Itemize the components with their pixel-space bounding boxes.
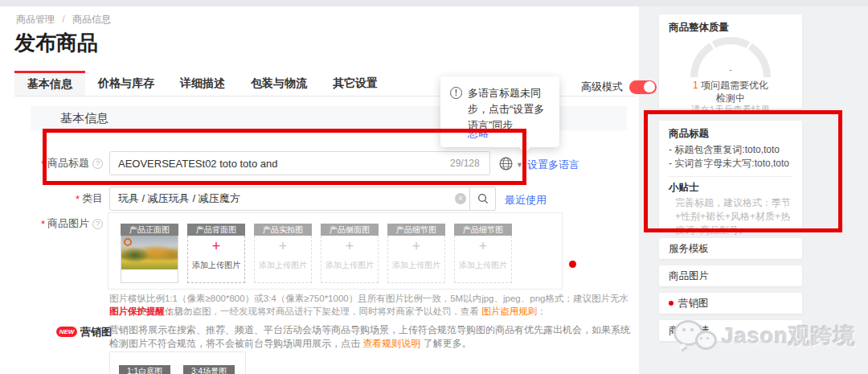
plus-icon: + <box>255 236 311 257</box>
new-badge: NEW <box>56 327 77 337</box>
marketing-image-label: 营销图 <box>80 325 112 339</box>
top-strip <box>0 0 868 6</box>
add-upload-label: 添加上传图片 <box>188 260 244 271</box>
sidebar-item-label: 营销图 <box>678 297 709 310</box>
slot-title: 产品背面图 <box>187 224 245 236</box>
wechat-eye <box>706 337 709 339</box>
rotate-icon[interactable] <box>124 238 132 246</box>
clear-icon[interactable]: × <box>455 193 466 204</box>
page-title: 发布商品 <box>14 29 98 57</box>
watermark: Jason观跨境 <box>674 317 856 356</box>
sidebar-item-marketing-image[interactable]: 营销图 <box>659 293 802 314</box>
publish-product-page: 商品管理 / 商品信息 发布商品 基本信息 价格与库存 详细描述 包装与物流 其… <box>0 0 868 374</box>
tab-other-settings[interactable]: 其它设置 <box>320 71 391 97</box>
add-upload-label: 添加上传图片 <box>388 260 444 271</box>
protection-note-text: 切勿盗图，一经发现将对商品进行下架处理，同时将对商家予以处罚，查看 <box>174 306 482 316</box>
title-char-counter: 29/128 <box>450 158 480 169</box>
title-issues-card: 商品标题 - 标题包含重复词:toto,toto - 实词首字母未大写:toto… <box>659 121 802 228</box>
marketing-upload-box: 1:1白底图 3:4场景图 <box>109 351 246 374</box>
slot-upload-area[interactable]: + 添加上传图片 <box>187 236 245 283</box>
issue-count: 1 <box>693 80 698 91</box>
add-upload-label: 添加上传图片 <box>455 260 511 271</box>
tab-white-bg-image[interactable]: 1:1白底图 <box>119 365 170 374</box>
annotation-dot <box>569 261 576 268</box>
quality-card-title: 商品整体质量 <box>669 21 729 35</box>
slot-upload-area[interactable]: + 添加上传图片 <box>321 236 379 283</box>
upload-slot-front[interactable]: 产品正面图 <box>121 224 178 283</box>
marketing-desc-suffix: 了解更多。 <box>420 338 471 349</box>
tab-price-stock[interactable]: 价格与库存 <box>85 71 167 97</box>
help-icon[interactable] <box>92 158 103 169</box>
issue-duplicate-words: - 标题包含重复词:toto,toto <box>669 143 792 157</box>
sidebar-item-service-template[interactable]: 服务模板 <box>659 238 802 259</box>
alert-dot-icon <box>669 301 674 306</box>
issue-text: 项问题需要优化 <box>698 80 768 91</box>
required-asterisk: * <box>41 218 45 230</box>
breadcrumb-item-product-info[interactable]: 商品信息 <box>72 14 111 25</box>
warning-icon <box>450 87 462 99</box>
sidebar-item-label: 商品图片 <box>669 269 709 283</box>
quality-card: 商品整体质量 - 1 项问题需要优化 检测中 请在1天后查看结果 <box>659 14 802 109</box>
ignore-link[interactable]: 忽略 <box>468 126 489 141</box>
plus-icon: + <box>321 236 378 257</box>
chevron-down-icon[interactable]: ▼ <box>516 161 523 169</box>
upload-slot-detail-2[interactable]: 产品细节图 + 添加上传图片 <box>454 224 512 283</box>
wechat-eye <box>690 328 694 331</box>
slot-title: 产品细节图 <box>387 224 445 236</box>
upload-slot-back[interactable]: 产品背面图 + 添加上传图片 <box>187 224 245 283</box>
slot-title: 产品细节图 <box>454 224 512 236</box>
advanced-mode-toggle[interactable] <box>629 80 657 94</box>
slot-upload-area[interactable]: + 添加上传图片 <box>454 236 512 283</box>
product-title-label: * 商品标题 <box>0 151 103 175</box>
wechat-bubble-small <box>695 331 717 350</box>
add-upload-label: 添加上传图片 <box>255 260 311 271</box>
tab-basic-info[interactable]: 基本信息 <box>14 71 85 97</box>
product-title-input[interactable] <box>109 151 490 175</box>
marketing-image-description: 营销图将展示在搜索、推荐、频道、平台活动会场等商品导购场景，上传符合规范导购图的… <box>109 323 637 351</box>
plus-icon: + <box>188 236 244 257</box>
product-images-label: * 商品图片 <box>0 216 103 232</box>
category-input[interactable] <box>109 187 470 211</box>
upload-slot-detail-1[interactable]: 产品细节图 + 添加上传图片 <box>387 224 445 283</box>
tips-text: 完善标题，建议格式：季节+性别+裙长+风格+材质+热搜词+商品型号。 <box>669 196 792 237</box>
watermark-text: Jason观跨境 <box>722 322 856 351</box>
gauge-value: - <box>659 64 802 76</box>
breadcrumb-separator: / <box>62 14 64 25</box>
issue-capitalization: - 实词首字母未大写:toto,toto <box>669 157 792 171</box>
globe-language-icon[interactable] <box>499 157 513 174</box>
breadcrumb-item-product-management[interactable]: 商品管理 <box>16 14 55 25</box>
category-label-text: 类目 <box>82 191 103 206</box>
product-title-label-text: 商品标题 <box>47 156 89 171</box>
set-multilanguage-link[interactable]: 设置多语言 <box>527 158 579 172</box>
slot-title: 产品侧面图 <box>321 224 379 236</box>
tab-packaging-logistics[interactable]: 包装与物流 <box>238 71 320 97</box>
wechat-eye <box>700 337 702 339</box>
detection-hint: 请在1天后查看结果 <box>659 104 802 116</box>
advanced-mode-control: 高级模式 <box>581 80 657 94</box>
tab-bar: 基本信息 价格与库存 详细描述 包装与物流 其它设置 <box>14 71 391 97</box>
add-upload-label: 添加上传图片 <box>321 260 378 271</box>
image-theft-rules-link[interactable]: 图片盗用规则 <box>481 306 537 316</box>
advanced-mode-label: 高级模式 <box>581 80 623 94</box>
slot-upload-area[interactable]: + 添加上传图片 <box>254 236 312 283</box>
tab-scene-image[interactable]: 3:4场景图 <box>183 365 235 374</box>
protection-note-suffix: ； <box>537 306 547 316</box>
view-rules-link[interactable]: 查看规则说明 <box>362 338 420 349</box>
multilanguage-sync-tooltip: 多语言标题未同步，点击“设置多语言”同步 忽略 <box>440 76 559 147</box>
title-issues-card-title: 商品标题 <box>669 127 792 141</box>
slot-image-area <box>121 236 178 283</box>
issue-summary: 1 项问题需要优化 <box>659 79 802 92</box>
toggle-knob <box>644 81 655 92</box>
tab-detail-desc[interactable]: 详细描述 <box>167 71 238 97</box>
upload-slot-real[interactable]: 产品实拍图 + 添加上传图片 <box>254 224 312 283</box>
sidebar-item-label: 服务模板 <box>669 242 709 256</box>
tooltip-arrow <box>519 142 530 153</box>
help-icon[interactable] <box>92 219 103 229</box>
slot-upload-area[interactable]: + 添加上传图片 <box>387 236 445 283</box>
recently-used-link[interactable]: 最近使用 <box>505 193 547 208</box>
product-front-image <box>121 236 178 269</box>
category-search-button[interactable] <box>470 187 496 211</box>
sidebar-item-product-images[interactable]: 商品图片 <box>659 265 802 286</box>
tips-title: 小贴士 <box>669 181 792 195</box>
upload-slot-side[interactable]: 产品侧面图 + 添加上传图片 <box>321 224 379 283</box>
